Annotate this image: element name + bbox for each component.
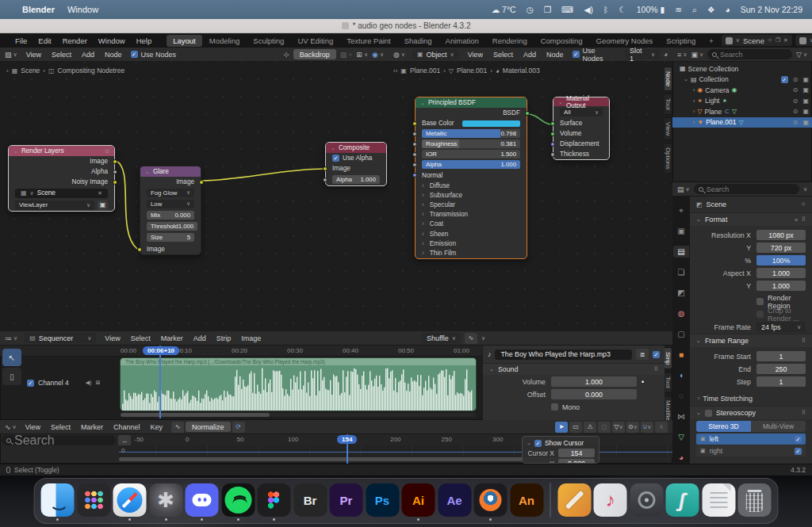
status-item[interactable]: ≋ bbox=[675, 5, 682, 14]
outliner-row[interactable]: ▦ Scene Collection bbox=[672, 63, 812, 74]
compositor-menu-item[interactable]: Select bbox=[50, 50, 73, 59]
workspace-tab[interactable]: UV Editing bbox=[291, 35, 339, 47]
display-mode-icon[interactable]: ≡∨ bbox=[677, 51, 687, 59]
stereo-view-row[interactable]: ▣ left ✓ bbox=[696, 433, 806, 445]
apple-music-icon[interactable] bbox=[594, 483, 627, 517]
mute-icon[interactable]: ◀) bbox=[86, 380, 92, 386]
cursor-x-field[interactable]: 154 bbox=[558, 449, 595, 457]
workspace-tab[interactable]: Layout bbox=[167, 35, 202, 47]
only-errors-icon[interactable]: ⚠ bbox=[584, 422, 596, 433]
render-layers-node[interactable]: ⌄Render Layers ⊙ Image Alpha bbox=[8, 145, 115, 212]
adobe-animate-icon[interactable]: An bbox=[510, 483, 543, 517]
viewlayer-selector[interactable]: ∨ ViewLayer ❐ ✕ bbox=[795, 35, 812, 46]
trash-icon[interactable] bbox=[738, 483, 772, 517]
pin-icon[interactable]: ⊹ bbox=[768, 37, 772, 44]
value-field[interactable]: 1080 px bbox=[756, 230, 806, 240]
input-socket[interactable] bbox=[323, 178, 327, 182]
launchpad-icon[interactable] bbox=[77, 483, 110, 517]
filter-icon[interactable]: ▽∨ bbox=[612, 422, 625, 433]
input-socket[interactable] bbox=[550, 121, 555, 126]
hide-eye-icon[interactable]: ⊙ bbox=[793, 108, 799, 115]
value-field[interactable]: 1.000 bbox=[756, 268, 806, 278]
outliner-row[interactable]: › ▼ Plane.001 ▽ ⊙ ▣ bbox=[672, 117, 812, 128]
mode-tab[interactable]: Stereo 3D bbox=[696, 421, 751, 432]
value-slider[interactable]: Metallic0.798 bbox=[422, 129, 520, 138]
render-visibility-icon[interactable]: ▣ bbox=[802, 97, 809, 105]
value-field[interactable]: 250 bbox=[756, 364, 806, 374]
view-checkbox[interactable]: ✓ bbox=[795, 436, 802, 443]
blade-tool-button[interactable]: ▯ bbox=[2, 368, 21, 385]
material-output-node[interactable]: ⌄Material Output All∨ Surface Volume bbox=[553, 97, 610, 160]
workspace-tab[interactable]: Scripting bbox=[660, 35, 702, 47]
topbar-menu-item[interactable]: Edit bbox=[33, 36, 56, 46]
document-app-icon[interactable] bbox=[702, 483, 735, 517]
outliner-row[interactable]: › ✶ Light ✶ ⊙ ▣ bbox=[672, 96, 812, 107]
new-scene-icon[interactable]: ❐ bbox=[776, 37, 780, 44]
select-tool-icon[interactable]: ➤ bbox=[555, 422, 568, 433]
delete-scene-icon[interactable]: ✕ bbox=[783, 37, 788, 44]
status-item[interactable]: ❖ bbox=[707, 5, 714, 14]
status-item[interactable]: ◕ bbox=[725, 5, 730, 14]
input-socket[interactable] bbox=[412, 132, 417, 136]
strip-mute-checkbox[interactable]: ✓ bbox=[653, 351, 660, 358]
properties-tab[interactable]: ■ bbox=[673, 349, 689, 361]
snap-icon[interactable]: ∪∨ bbox=[641, 422, 653, 433]
outliner-search-input[interactable]: Search bbox=[707, 49, 792, 59]
editor-type-icon[interactable]: ▤∨ bbox=[677, 185, 690, 193]
sequencer-ruler[interactable]: 00:0000:1000:2000:3000:4000:5001:00 bbox=[0, 346, 482, 357]
glare-node[interactable]: ⌄Glare Image Fog Glow∨ Low∨ Mix0.000 bbox=[140, 166, 201, 255]
sidebar-tab[interactable]: Tool bbox=[665, 372, 672, 393]
dock-divider[interactable] bbox=[546, 483, 555, 517]
output-target-dropdown[interactable]: All∨ bbox=[560, 108, 603, 116]
pin-icon[interactable]: ⊹ bbox=[283, 51, 289, 59]
compositor-menu-item[interactable]: View bbox=[25, 50, 43, 59]
sound-datablock-icon[interactable]: ≣ bbox=[636, 349, 649, 360]
sequencer-menu-item[interactable]: Strip bbox=[215, 334, 233, 343]
properties-tab[interactable]: ▣ bbox=[673, 225, 689, 237]
expand-icon[interactable]: ↔ bbox=[118, 435, 131, 446]
topbar-menu-item[interactable]: Window bbox=[93, 36, 131, 46]
base-color-swatch[interactable] bbox=[462, 120, 520, 127]
bsdf-section[interactable]: ›Sheen bbox=[416, 229, 527, 239]
sidebar-tab[interactable]: Strip bbox=[665, 347, 672, 369]
workspace-tab[interactable]: Animation bbox=[439, 35, 485, 47]
workspace-tab[interactable]: Compositing bbox=[534, 35, 589, 47]
status-item[interactable]: ⌨ bbox=[561, 5, 573, 14]
sequencer-playhead[interactable] bbox=[159, 346, 161, 418]
sequencer-menu-item[interactable]: Select bbox=[129, 334, 152, 343]
filter-image-icon[interactable]: ▣∨ bbox=[691, 51, 703, 59]
status-item[interactable]: ◀) bbox=[584, 5, 593, 14]
audio-strip[interactable]: The Boy Who Played the Harp.mp3 (.../Dow… bbox=[121, 358, 476, 411]
properties-tab[interactable]: ◕ bbox=[673, 452, 689, 464]
shader-menu-item[interactable]: View bbox=[466, 50, 485, 59]
value-field[interactable]: 720 px bbox=[756, 242, 806, 253]
pencil-app-icon[interactable] bbox=[557, 483, 591, 517]
compositor-menu-item[interactable]: Add bbox=[80, 50, 96, 59]
format-panel-header[interactable]: ⌄Format ≡ ⠿ bbox=[690, 212, 812, 226]
editor-type-icon[interactable]: ▨∨ bbox=[5, 51, 17, 59]
status-item[interactable]: Sun 2 Nov 22:29 bbox=[741, 5, 802, 14]
stereo-view-row[interactable]: ▣ right ✓ bbox=[696, 445, 806, 456]
system-settings-icon[interactable] bbox=[149, 483, 182, 517]
channel-checkbox[interactable]: ✓ bbox=[27, 380, 34, 387]
output-socket[interactable] bbox=[199, 180, 204, 185]
workspace-tab[interactable]: + bbox=[703, 35, 720, 47]
properties-tab[interactable]: ▢ bbox=[673, 328, 689, 340]
box-select-icon[interactable]: ▭ bbox=[569, 422, 582, 433]
bsdf-section[interactable]: ›Coat bbox=[416, 220, 527, 229]
sequencer-scrollbar[interactable] bbox=[121, 413, 270, 417]
input-socket[interactable] bbox=[550, 152, 555, 157]
properties-tab[interactable]: ⋈ bbox=[673, 411, 689, 422]
output-socket[interactable] bbox=[113, 180, 117, 185]
input-socket[interactable] bbox=[412, 121, 417, 126]
graph-menu-item[interactable]: View bbox=[24, 422, 42, 432]
show-cursor-checkbox[interactable]: ✓ bbox=[534, 440, 542, 447]
after-effects-icon[interactable]: Ae bbox=[438, 483, 471, 517]
eye-icon[interactable]: ⊙ bbox=[105, 148, 109, 155]
mono-checkbox[interactable] bbox=[551, 403, 558, 411]
use-nodes-checkbox[interactable]: ✓ bbox=[131, 51, 138, 58]
properties-tab[interactable]: ❏ bbox=[673, 266, 689, 278]
snap-icon[interactable]: ∿ bbox=[465, 333, 477, 344]
editor-type-icon[interactable]: ◍∨ bbox=[393, 51, 405, 59]
input-socket[interactable] bbox=[412, 152, 417, 157]
